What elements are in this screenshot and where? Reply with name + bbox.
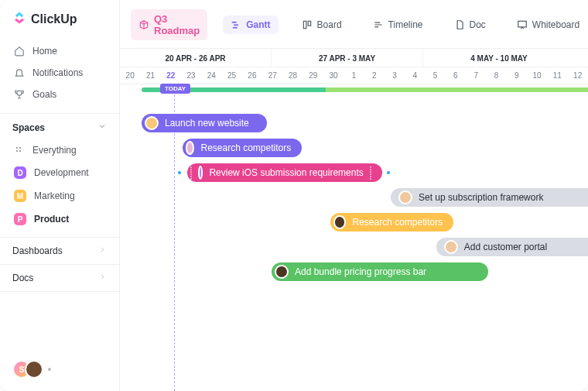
day-cell[interactable]: 28 bbox=[282, 67, 303, 84]
avatar bbox=[275, 265, 289, 279]
day-cell[interactable]: 7 bbox=[466, 67, 486, 84]
space-item-development[interactable]: DDevelopment bbox=[0, 161, 119, 184]
svg-rect-8 bbox=[308, 21, 311, 26]
whiteboard-icon bbox=[517, 19, 528, 30]
drag-grip-icon[interactable] bbox=[190, 167, 192, 178]
view-board[interactable]: Board bbox=[294, 15, 350, 34]
day-cell[interactable]: 20 bbox=[120, 67, 140, 84]
space-swatch: P bbox=[14, 213, 26, 225]
trophy-icon bbox=[14, 89, 25, 100]
doc-icon bbox=[454, 19, 465, 30]
day-cell[interactable]: 23 bbox=[181, 67, 201, 84]
chevron-right-icon bbox=[98, 273, 107, 283]
svg-rect-6 bbox=[233, 27, 238, 29]
dependency-dot[interactable] bbox=[385, 170, 391, 176]
space-item-marketing[interactable]: MMarketing bbox=[0, 184, 119, 208]
avatar bbox=[198, 166, 203, 180]
task-bar[interactable]: Add customer portal bbox=[436, 238, 588, 256]
home-icon bbox=[14, 46, 25, 57]
day-cell[interactable]: 12 bbox=[568, 67, 588, 84]
presence-avatars[interactable]: S bbox=[12, 360, 51, 379]
avatar bbox=[145, 116, 159, 130]
day-cell[interactable]: 2 bbox=[364, 67, 385, 84]
dependency-dot[interactable] bbox=[176, 170, 183, 176]
nav-goals-label: Goals bbox=[32, 89, 56, 100]
spaces-heading[interactable]: Spaces bbox=[0, 114, 119, 139]
period-cell: 4 MAY - 10 MAY bbox=[423, 49, 575, 67]
progress-rail bbox=[142, 87, 588, 92]
task-row: Add bundle pricing progress bar bbox=[120, 262, 588, 287]
task-label: Research competitors bbox=[200, 142, 291, 153]
day-cell[interactable]: 22 bbox=[161, 67, 181, 84]
svg-point-1 bbox=[19, 147, 21, 149]
task-label: Set up subscription framework bbox=[419, 192, 543, 203]
day-cell[interactable]: 30 bbox=[323, 67, 344, 84]
avatar bbox=[444, 240, 458, 254]
brand-logo[interactable]: ClickUp bbox=[0, 0, 119, 37]
task-bar[interactable]: Add bundle pricing progress bar bbox=[272, 262, 488, 281]
day-cell[interactable]: 8 bbox=[486, 67, 506, 84]
space-item-product[interactable]: PProduct bbox=[0, 208, 119, 231]
task-row: Launch new website bbox=[120, 114, 588, 139]
day-cell[interactable]: 6 bbox=[446, 67, 466, 84]
task-bar[interactable]: Launch new website bbox=[142, 114, 267, 132]
nav-home[interactable]: Home bbox=[0, 40, 119, 62]
presence-more-dot bbox=[48, 368, 51, 371]
view-doc[interactable]: Doc bbox=[446, 15, 494, 34]
day-cell[interactable]: 24 bbox=[201, 67, 221, 84]
nav-notifications[interactable]: Notifications bbox=[0, 62, 119, 84]
nav-dashboards[interactable]: Dashboards bbox=[0, 238, 119, 265]
day-cell[interactable]: 26 bbox=[242, 67, 262, 84]
view-whiteboard[interactable]: Whiteboard bbox=[509, 15, 587, 34]
period-header: 20 APR - 26 APR27 APR - 3 MAY4 MAY - 10 … bbox=[120, 48, 588, 67]
day-cell[interactable]: 1 bbox=[344, 67, 364, 84]
svg-point-0 bbox=[16, 147, 18, 149]
timeline-icon bbox=[373, 19, 384, 30]
svg-rect-9 bbox=[518, 21, 527, 27]
task-label: Review iOS submission requirements bbox=[209, 167, 363, 178]
day-cell[interactable]: 21 bbox=[140, 67, 160, 84]
nav-notifications-label: Notifications bbox=[32, 67, 83, 78]
task-bar[interactable]: Review iOS submission requirements bbox=[187, 163, 382, 182]
day-cell[interactable]: 29 bbox=[303, 67, 323, 84]
avatar bbox=[186, 141, 194, 155]
task-bar[interactable]: Research competitors bbox=[183, 139, 302, 157]
task-row: Research competitors bbox=[120, 213, 588, 238]
day-cell[interactable]: 5 bbox=[425, 67, 445, 84]
spaces-everything-label: Everything bbox=[32, 145, 77, 156]
task-row: Add customer portal bbox=[120, 238, 588, 262]
task-bar[interactable]: Set up subscription framework bbox=[391, 188, 588, 207]
chevron-down-icon bbox=[97, 122, 107, 133]
day-cell[interactable]: 27 bbox=[262, 67, 282, 84]
day-cell[interactable]: 4 bbox=[405, 67, 425, 84]
space-label: Development bbox=[34, 167, 89, 178]
nav-home-label: Home bbox=[32, 46, 57, 57]
view-gantt[interactable]: Gantt bbox=[223, 15, 278, 34]
day-cell[interactable]: 25 bbox=[221, 67, 241, 84]
task-label: Add customer portal bbox=[464, 242, 547, 252]
task-row: Set up subscription framework bbox=[120, 188, 588, 213]
task-row: Research competitors bbox=[120, 139, 588, 163]
day-cell[interactable]: 3 bbox=[385, 67, 405, 84]
view-timeline[interactable]: Timeline bbox=[365, 15, 431, 34]
page-title: Q3 Roadmap bbox=[154, 13, 200, 36]
task-bar[interactable]: Research competitors bbox=[330, 213, 454, 232]
nav-docs[interactable]: Docs bbox=[0, 265, 119, 292]
day-cell[interactable]: 10 bbox=[527, 67, 547, 84]
grid-icon bbox=[14, 145, 25, 156]
day-cell[interactable]: 9 bbox=[507, 67, 527, 84]
today-pill: TODAY bbox=[160, 84, 190, 94]
avatar bbox=[25, 360, 43, 379]
task-label: Add bundle pricing progress bar bbox=[295, 266, 426, 277]
space-swatch: D bbox=[14, 166, 26, 179]
space-label: Product bbox=[34, 214, 69, 225]
svg-point-2 bbox=[16, 150, 18, 152]
day-cell[interactable]: 11 bbox=[547, 67, 567, 84]
page-title-chip[interactable]: Q3 Roadmap bbox=[131, 9, 207, 40]
spaces-everything[interactable]: Everything bbox=[0, 139, 119, 161]
drag-grip-icon[interactable] bbox=[370, 167, 371, 178]
task-label: Launch new website bbox=[165, 118, 249, 129]
logo-icon bbox=[12, 11, 26, 28]
bell-icon bbox=[14, 67, 25, 78]
nav-goals[interactable]: Goals bbox=[0, 84, 119, 105]
